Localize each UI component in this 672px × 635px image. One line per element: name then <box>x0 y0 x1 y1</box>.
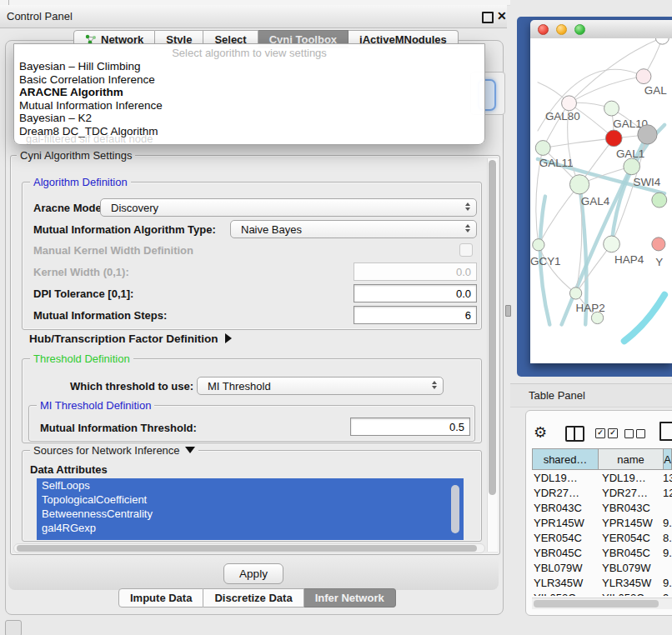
network-edge[interactable] <box>624 295 664 341</box>
table-cell: YDR27… <box>602 487 648 499</box>
mi-steps-field[interactable]: 6 <box>354 306 477 324</box>
table-row[interactable]: YPR145WYPR145W9. <box>532 517 672 532</box>
kernel-width-label: Kernel Width (0,1): <box>33 266 129 278</box>
column-header-shared-name[interactable]: shared… <box>532 448 599 470</box>
table-row[interactable]: YDL19…YDL19…13 <box>532 472 672 487</box>
table-row[interactable]: YBR043CYBR043C <box>532 502 672 517</box>
close-icon[interactable]: ✕ <box>497 9 507 22</box>
table-hscroll-thumb[interactable] <box>534 600 659 608</box>
dropdown-item[interactable]: Bayesian – Hill Climbing <box>18 60 481 73</box>
tab-impute-data[interactable]: Impute Data <box>118 588 203 608</box>
kernel-width-field[interactable]: 0.0 <box>354 262 477 281</box>
dropdown-item[interactable]: Basic Correlation Inference <box>18 73 481 87</box>
settings-horizontal-scrollbar[interactable] <box>13 543 485 553</box>
float-window-icon[interactable] <box>482 12 494 23</box>
network-canvas[interactable]: GALGAL80GAL10GAL1GAL11SWI4GAL4GCY1HAP4YH… <box>530 38 672 363</box>
network-node[interactable] <box>652 192 667 208</box>
export-table-icon[interactable] <box>659 422 672 441</box>
attribute-list-item[interactable]: SelfLoops <box>37 478 464 492</box>
table-row[interactable]: YBR045CYBR045C9. <box>532 547 672 562</box>
list-scrollbar-thumb[interactable] <box>451 485 459 533</box>
attribute-list-item[interactable]: BetweennessCentrality <box>37 507 464 521</box>
network-node-label: Y <box>655 256 663 268</box>
table-cell: YLR345W <box>602 577 651 589</box>
mi-threshold-field[interactable]: 0.5 <box>350 418 470 436</box>
close-traffic-light-icon[interactable] <box>538 24 549 35</box>
column-header-name[interactable]: name <box>599 448 664 470</box>
table-cell: YPR145W <box>602 517 653 529</box>
manual-kernel-width-checkbox[interactable] <box>459 243 473 257</box>
network-node-label: GAL <box>644 84 667 97</box>
network-window-titlebar[interactable] <box>530 20 672 39</box>
network-node[interactable] <box>535 141 550 156</box>
network-node[interactable] <box>655 38 669 44</box>
select-all-checkbox-icon[interactable]: ✓ <box>608 428 618 438</box>
deselect-all-checkbox-icon[interactable] <box>624 429 634 438</box>
network-node-label: GAL80 <box>545 110 580 122</box>
network-node[interactable] <box>636 69 651 84</box>
network-node[interactable] <box>569 175 589 194</box>
select-arrows-icon <box>465 224 470 232</box>
table-horizontal-scrollbar[interactable] <box>532 598 672 609</box>
settings-vertical-scrollbar[interactable] <box>487 158 498 552</box>
column-header-clipped[interactable]: A <box>664 448 672 470</box>
network-node-label: GAL11 <box>539 157 574 169</box>
mi-threshold-label: Mutual Information Threshold: <box>40 422 197 434</box>
dpi-tolerance-field[interactable]: 0.0 <box>354 284 477 302</box>
settings-vscroll-thumb[interactable] <box>489 160 496 495</box>
sources-group-title[interactable]: Sources for Network Inference <box>30 444 198 457</box>
table-row[interactable]: YDR27…YDR27…12 <box>532 487 672 502</box>
table-cell: YER054C <box>534 532 582 544</box>
network-node[interactable] <box>638 125 657 144</box>
mi-algorithm-type-select[interactable]: Naive Bayes <box>230 220 477 238</box>
settings-hscroll-thumb[interactable] <box>17 545 477 552</box>
network-node[interactable] <box>591 312 603 323</box>
network-node[interactable] <box>604 101 619 116</box>
select-arrows-icon <box>432 381 437 389</box>
network-edge[interactable] <box>543 138 614 148</box>
which-threshold-select[interactable]: MI Threshold <box>197 377 444 395</box>
zoom-traffic-light-icon[interactable] <box>574 24 585 35</box>
aracne-mode-select[interactable]: Discovery <box>100 198 477 217</box>
attribute-list-item[interactable]: gal4RGexp <box>37 521 464 535</box>
dropdown-placeholder: Select algorithm to view settings <box>14 47 484 59</box>
network-node[interactable] <box>562 96 577 111</box>
table-rows[interactable]: YDL19…YDL19…13YDR27…YDR27…12YBR043CYBR04… <box>532 472 672 596</box>
network-edge[interactable] <box>539 184 579 244</box>
table-cell: 9. <box>663 517 672 529</box>
minimize-traffic-light-icon[interactable] <box>556 24 567 35</box>
table-cell: YER054C <box>602 532 650 544</box>
table-cell: YBR045C <box>602 547 650 559</box>
table-cell: 8. <box>663 532 672 544</box>
network-node[interactable] <box>533 239 544 251</box>
attribute-list-item[interactable]: TopologicalCoefficient <box>37 492 464 507</box>
gear-icon[interactable]: ⚙ <box>534 423 547 441</box>
which-threshold-label: Which threshold to use: <box>70 380 193 392</box>
network-node[interactable] <box>569 288 581 299</box>
select-all-checkbox-icon[interactable]: ✓ <box>595 428 605 438</box>
network-node[interactable] <box>604 236 620 252</box>
algorithm-dropdown[interactable]: Select algorithm to view settings Bayesi… <box>13 43 485 145</box>
dropdown-item[interactable]: Bayesian – K2 <box>18 112 481 125</box>
docked-panel-button[interactable] <box>5 620 22 635</box>
apply-button[interactable]: Apply <box>223 563 283 584</box>
table-cell: YIL052C <box>534 592 576 596</box>
deselect-all-checkbox-icon[interactable] <box>636 429 645 438</box>
table-row[interactable]: YBL079WYBL079W <box>532 562 672 577</box>
dropdown-item[interactable]: ARACNE Algorithm <box>18 86 481 99</box>
network-node[interactable] <box>652 238 665 251</box>
show-columns-icon[interactable] <box>565 426 584 442</box>
table-row[interactable]: YIL052CYIL052C9 <box>532 592 672 596</box>
network-node[interactable] <box>624 158 640 175</box>
table-row[interactable]: YLR345WYLR345W9. <box>532 577 672 592</box>
tab-infer-network[interactable]: Infer Network <box>304 588 396 608</box>
hub-definition-toggle[interactable]: Hub/Transcription Factor Definition <box>29 332 232 345</box>
dropdown-item[interactable]: Mutual Information Inference <box>18 99 481 112</box>
data-attributes-list[interactable]: SelfLoopsTopologicalCoefficientBetweenne… <box>37 478 464 540</box>
split-pane-handle[interactable] <box>505 305 511 317</box>
tab-discretize-data[interactable]: Discretize Data <box>203 588 303 608</box>
panel-title: Control Panel <box>7 10 73 22</box>
table-cell: 9. <box>663 547 672 559</box>
table-row[interactable]: YER054CYER054C8. <box>532 532 672 547</box>
network-node[interactable] <box>605 130 622 147</box>
